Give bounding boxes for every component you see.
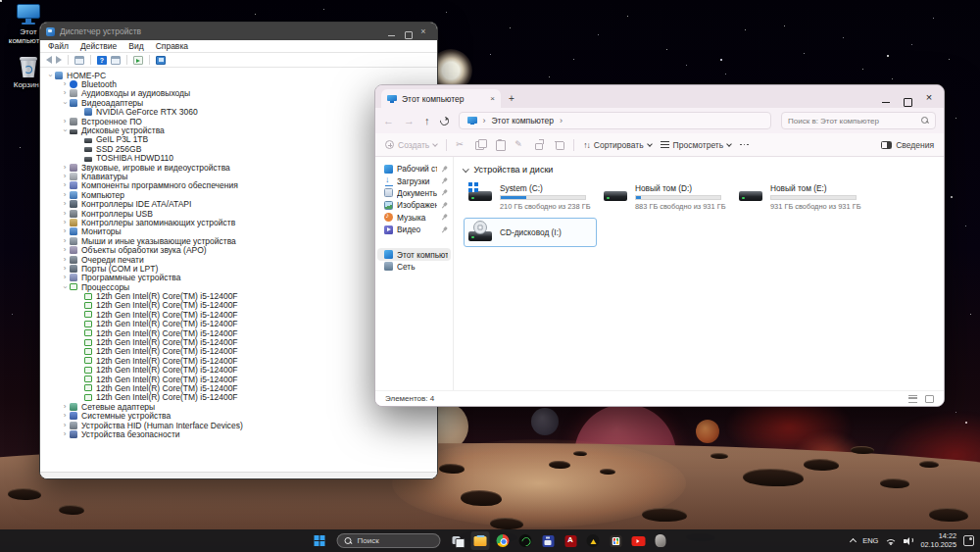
expand-arrow-icon[interactable]: › bbox=[61, 200, 69, 208]
close-button[interactable]: × bbox=[918, 91, 940, 103]
device-manager-titlebar[interactable]: Диспетчер устройств × bbox=[40, 23, 437, 40]
drive-tile[interactable]: CD-дисковод (I:) bbox=[464, 218, 597, 247]
menu-item[interactable]: Справка bbox=[156, 41, 188, 51]
back-icon[interactable] bbox=[46, 56, 52, 64]
menu-item[interactable]: Действие bbox=[80, 41, 117, 51]
tree-item[interactable]: ›Системные устройства bbox=[40, 411, 437, 420]
floppy-icon[interactable] bbox=[539, 531, 558, 550]
tab-close-icon[interactable]: × bbox=[490, 94, 495, 103]
cut-icon[interactable] bbox=[456, 139, 466, 150]
expand-arrow-icon[interactable]: › bbox=[61, 181, 69, 189]
new-button[interactable]: Создать bbox=[385, 140, 437, 150]
expand-arrow-icon[interactable]: › bbox=[61, 412, 69, 420]
expand-arrow-icon[interactable]: › bbox=[61, 246, 69, 254]
up-icon[interactable]: ↑ bbox=[424, 116, 430, 126]
pin-icon[interactable] bbox=[440, 225, 450, 234]
collapse-arrow-icon[interactable]: › bbox=[61, 99, 69, 107]
sidebar-item-desktop[interactable]: Рабочий стол bbox=[377, 163, 451, 175]
expand-arrow-icon[interactable]: › bbox=[61, 227, 69, 235]
warning-triangle-icon[interactable] bbox=[584, 531, 603, 550]
language-indicator[interactable]: ENG bbox=[862, 536, 878, 545]
expand-arrow-icon[interactable]: › bbox=[61, 430, 69, 438]
drive-tile[interactable]: System (C:)210 ГБ свободно из 238 ГБ bbox=[464, 180, 597, 212]
sidebar-item-pictures[interactable]: Изображения bbox=[377, 199, 451, 211]
start-button[interactable] bbox=[311, 531, 329, 550]
pin-icon[interactable] bbox=[440, 188, 450, 198]
sidebar-item-music[interactable]: Музыка bbox=[377, 212, 451, 224]
tree-item[interactable]: ›HOME-PC bbox=[40, 71, 437, 79]
breadcrumb-item[interactable]: Этот компьютер bbox=[492, 116, 555, 125]
store-icon[interactable] bbox=[607, 531, 625, 550]
expand-arrow-icon[interactable]: › bbox=[61, 403, 69, 411]
help-icon[interactable]: ? bbox=[97, 56, 107, 65]
youtube-icon[interactable] bbox=[629, 531, 648, 550]
hidden-icons-chevron[interactable] bbox=[850, 538, 857, 545]
scan-hardware-icon[interactable] bbox=[133, 56, 143, 65]
sort-button[interactable]: ↑↓ Сортировать bbox=[583, 140, 651, 150]
task-view-icon[interactable] bbox=[449, 531, 467, 550]
sidebar-item-net[interactable]: Сеть bbox=[377, 261, 451, 273]
sidebar-item-thispc[interactable]: Этот компьютер bbox=[377, 248, 451, 260]
drive-tile[interactable]: Новый том (E:)931 ГБ свободно из 931 ГБ bbox=[734, 180, 867, 212]
console-window-icon[interactable] bbox=[74, 56, 84, 65]
breadcrumb[interactable]: › Этот компьютер › bbox=[459, 112, 772, 129]
details-view-icon[interactable] bbox=[908, 395, 917, 403]
expand-arrow-icon[interactable]: › bbox=[61, 173, 69, 180]
expand-arrow-icon[interactable]: › bbox=[61, 191, 69, 199]
menu-item[interactable]: Вид bbox=[128, 41, 143, 51]
collapse-arrow-icon[interactable]: › bbox=[61, 283, 69, 291]
expand-arrow-icon[interactable]: › bbox=[61, 210, 69, 218]
monitor-icon[interactable] bbox=[156, 56, 166, 65]
back-icon[interactable]: ← bbox=[383, 116, 394, 126]
view-button[interactable]: Просмотреть bbox=[661, 140, 732, 150]
expand-arrow-icon[interactable]: › bbox=[61, 265, 69, 273]
taskbar-search[interactable]: Поиск bbox=[337, 533, 441, 548]
game-green-icon[interactable] bbox=[516, 531, 535, 550]
tab-this-pc[interactable]: Этот компьютер × bbox=[381, 89, 501, 108]
expand-arrow-icon[interactable]: › bbox=[61, 237, 69, 245]
tree-item[interactable]: ›Устройства HID (Human Interface Devices… bbox=[40, 421, 437, 429]
forward-icon[interactable]: → bbox=[404, 116, 415, 126]
clock[interactable]: 14:22 02.10.2025 bbox=[920, 532, 956, 548]
expand-arrow-icon[interactable]: › bbox=[61, 274, 69, 281]
tree-item[interactable]: ›Устройства безопасности bbox=[40, 429, 437, 438]
collapse-arrow-icon[interactable]: › bbox=[46, 72, 54, 79]
expand-arrow-icon[interactable]: › bbox=[61, 422, 69, 429]
delete-icon[interactable] bbox=[554, 139, 564, 150]
refresh-icon[interactable] bbox=[438, 115, 451, 127]
new-tab-button[interactable]: + bbox=[509, 89, 514, 108]
chrome-icon[interactable] bbox=[494, 531, 513, 550]
forward-icon[interactable] bbox=[56, 56, 62, 64]
pin-icon[interactable] bbox=[440, 176, 450, 186]
notification-icon[interactable] bbox=[963, 535, 974, 546]
acrobat-icon[interactable] bbox=[562, 531, 580, 550]
expand-arrow-icon[interactable]: › bbox=[61, 118, 69, 125]
pin-icon[interactable] bbox=[440, 213, 450, 223]
sidebar-item-documents[interactable]: Документы bbox=[377, 187, 451, 199]
wifi-icon[interactable] bbox=[885, 536, 897, 546]
menu-item[interactable]: Файл bbox=[48, 41, 69, 51]
search-input[interactable]: Поиск в: Этот компьютер bbox=[781, 112, 936, 129]
expand-arrow-icon[interactable]: › bbox=[61, 89, 69, 97]
expand-arrow-icon[interactable]: › bbox=[61, 164, 69, 172]
file-explorer-icon[interactable] bbox=[471, 531, 490, 550]
details-button[interactable]: Сведения bbox=[881, 140, 934, 150]
expand-arrow-icon[interactable]: › bbox=[61, 256, 69, 264]
properties-icon[interactable] bbox=[111, 56, 121, 65]
rename-icon[interactable] bbox=[514, 139, 525, 150]
copy-icon[interactable] bbox=[475, 139, 486, 150]
pin-icon[interactable] bbox=[440, 200, 450, 210]
drive-tile[interactable]: Новый том (D:)883 ГБ свободно из 931 ГБ bbox=[599, 180, 732, 212]
thumbnail-view-icon[interactable] bbox=[925, 395, 934, 403]
sidebar-item-video[interactable]: Видео bbox=[377, 224, 451, 235]
volume-icon[interactable] bbox=[904, 536, 913, 545]
close-button[interactable]: × bbox=[416, 26, 431, 36]
expand-arrow-icon[interactable]: › bbox=[61, 219, 69, 226]
character-icon[interactable] bbox=[652, 531, 670, 550]
expand-arrow-icon[interactable]: › bbox=[61, 80, 69, 88]
sidebar-item-downloads[interactable]: Загрузки bbox=[377, 175, 451, 186]
collapse-arrow-icon[interactable]: › bbox=[61, 126, 69, 134]
paste-icon[interactable] bbox=[495, 139, 506, 150]
section-devices-and-drives[interactable]: Устройства и диски bbox=[464, 165, 944, 175]
share-icon[interactable] bbox=[534, 139, 545, 150]
